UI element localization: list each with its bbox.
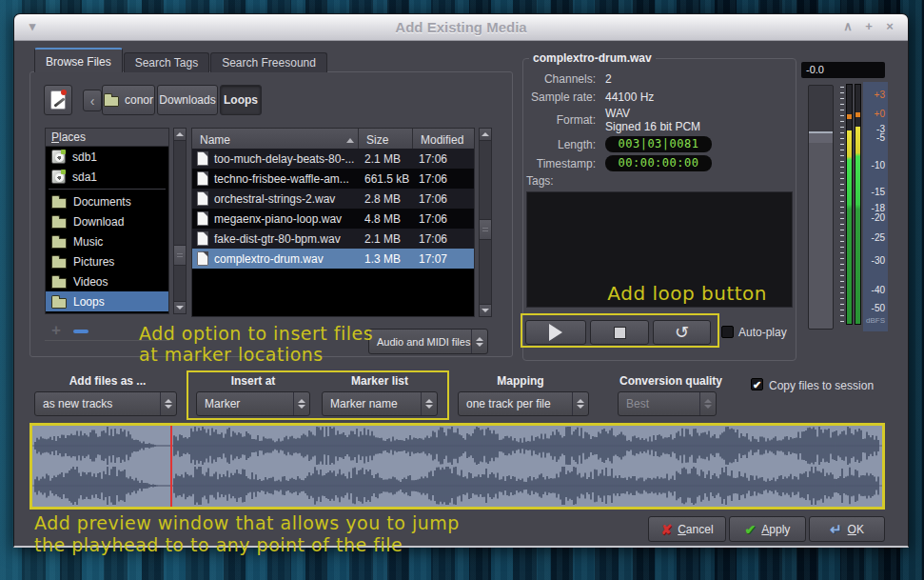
shade-icon[interactable]: ∧ bbox=[839, 19, 856, 33]
tab-search-freesound[interactable]: Search Freesound bbox=[210, 52, 327, 72]
places-scrollbar[interactable] bbox=[173, 128, 187, 314]
titlebar[interactable]: ▾ Add Existing Media ∧ + × bbox=[14, 14, 908, 41]
scrollbar-handle[interactable] bbox=[480, 219, 491, 240]
place-item-pictures[interactable]: Pictures bbox=[46, 251, 168, 271]
marker-list-select[interactable]: Marker name bbox=[322, 391, 438, 416]
breadcrumb-loops[interactable]: Loops bbox=[220, 85, 262, 115]
breadcrumb-label: Loops bbox=[224, 93, 258, 107]
tab-browse-files[interactable]: Browse Files bbox=[34, 48, 123, 72]
tab-search-tags[interactable]: Search Tags bbox=[124, 52, 210, 72]
place-item-sdb1[interactable]: sdb1 bbox=[46, 147, 168, 167]
scrollbar-handle[interactable] bbox=[174, 245, 186, 266]
chevron-updown-icon bbox=[421, 392, 437, 415]
meter-ticks bbox=[840, 87, 844, 325]
chevron-updown-icon bbox=[572, 392, 588, 415]
gain-fader[interactable] bbox=[808, 85, 834, 330]
folder-icon bbox=[51, 258, 67, 269]
breadcrumb-downloads[interactable]: Downloads bbox=[157, 85, 218, 115]
sort-ascending-icon bbox=[346, 138, 354, 143]
remove-place-button[interactable] bbox=[73, 330, 88, 333]
playhead-marker[interactable] bbox=[170, 426, 172, 507]
breadcrumb-label: Downloads bbox=[159, 93, 215, 107]
file-icon bbox=[197, 211, 208, 226]
file-list-header: Name Size Modified bbox=[192, 129, 474, 149]
marker-list-label: Marker list bbox=[351, 374, 408, 388]
file-row[interactable]: megaenx-piano-loop.wav 4.8 MB17:06 bbox=[192, 209, 474, 229]
maximize-icon[interactable]: + bbox=[860, 19, 877, 33]
loop-button[interactable]: ↺ bbox=[653, 320, 711, 345]
cancel-button[interactable]: ✘ Cancel bbox=[648, 516, 726, 542]
mapping-label: Mapping bbox=[497, 374, 543, 388]
folder-icon bbox=[104, 96, 119, 107]
apply-check-icon: ✔ bbox=[745, 522, 757, 537]
chevron-updown-icon bbox=[293, 392, 309, 415]
play-button[interactable] bbox=[525, 320, 586, 345]
ok-return-icon: ↵ bbox=[830, 521, 842, 538]
tab-bar: Browse Files Search Tags Search Freesoun… bbox=[34, 48, 327, 72]
scroll-up-icon[interactable] bbox=[174, 129, 186, 141]
window-title: Add Existing Media bbox=[14, 19, 908, 35]
file-row-selected[interactable]: complextro-drum.wav 1.3 MB17:07 bbox=[192, 249, 474, 269]
add-place-button[interactable]: + bbox=[51, 321, 61, 340]
loop-icon: ↺ bbox=[675, 324, 689, 341]
meter-bar-right bbox=[855, 84, 861, 325]
path-back-button[interactable]: ‹ bbox=[83, 90, 102, 111]
file-row[interactable]: fake-dist-gtr-80-bpm.wav 2.1 MB17:06 bbox=[192, 229, 474, 249]
ok-button[interactable]: ↵ OK bbox=[809, 516, 885, 542]
conversion-quality-select: Best bbox=[618, 391, 717, 416]
file-row[interactable]: too-much-delay-beats-80-... 2.1 MB17:06 bbox=[192, 149, 474, 169]
copy-files-checkbox[interactable]: ✔ bbox=[751, 378, 763, 390]
waveform-svg bbox=[32, 426, 882, 507]
place-item-documents[interactable]: Documents bbox=[46, 191, 168, 211]
channels-label: Channels: bbox=[527, 72, 596, 86]
close-icon[interactable]: × bbox=[881, 19, 898, 33]
file-row[interactable]: techno-frisbee-waffle-am... 661.5 kB17:0… bbox=[192, 169, 474, 189]
place-item-download[interactable]: Download bbox=[46, 211, 168, 231]
file-icon bbox=[197, 171, 208, 186]
tags-input[interactable]: Add loop button bbox=[526, 191, 793, 308]
file-icon bbox=[197, 231, 208, 246]
copy-files-label: Copy files to session bbox=[769, 379, 874, 392]
places-panel: Places sdb1 sda1 Documents Download Musi… bbox=[45, 128, 169, 314]
waveform-preview[interactable] bbox=[29, 423, 885, 510]
place-item-sda1[interactable]: sda1 bbox=[46, 167, 168, 187]
chevron-updown-icon bbox=[160, 392, 176, 415]
places-header: Places bbox=[46, 129, 168, 147]
timestamp-label: Timestamp: bbox=[527, 157, 596, 170]
breadcrumb-conor[interactable]: conor bbox=[102, 85, 155, 115]
add-existing-media-dialog: ▾ Add Existing Media ∧ + × Browse Files … bbox=[13, 13, 909, 548]
place-item-loops[interactable]: Loops bbox=[46, 291, 168, 311]
gain-readout[interactable]: -0.0 bbox=[801, 62, 885, 78]
apply-button[interactable]: ✔ Apply bbox=[729, 516, 806, 542]
breadcrumb-label: conor bbox=[125, 93, 153, 107]
file-icon bbox=[197, 191, 208, 206]
annotation-add-loop-button: Add loop button bbox=[607, 283, 767, 304]
file-row[interactable]: orchestral-strings-2.wav 2.8 MB17:06 bbox=[192, 189, 474, 209]
add-files-as-label: Add files as ... bbox=[69, 374, 147, 388]
new-folder-button[interactable] bbox=[44, 85, 72, 115]
places-separator bbox=[49, 189, 166, 190]
add-files-as-select[interactable]: as new tracks bbox=[34, 391, 177, 416]
column-header-size[interactable]: Size bbox=[359, 129, 413, 149]
file-icon bbox=[197, 251, 208, 266]
scroll-up-icon[interactable] bbox=[480, 129, 491, 141]
length-clock[interactable]: 003|03|0081 bbox=[605, 136, 712, 152]
column-header-name[interactable]: Name bbox=[192, 129, 359, 149]
column-header-modified[interactable]: Modified bbox=[413, 129, 474, 149]
file-filter-select[interactable]: Audio and MIDI files bbox=[368, 329, 488, 354]
scroll-down-icon[interactable] bbox=[480, 304, 491, 316]
timestamp-clock[interactable]: 00:00:00:00 bbox=[605, 155, 712, 171]
place-item-videos[interactable]: Videos bbox=[46, 271, 168, 291]
file-list-scrollbar[interactable] bbox=[479, 128, 492, 317]
mapping-select[interactable]: one track per file bbox=[458, 391, 589, 416]
drive-icon bbox=[51, 150, 66, 164]
tags-label: Tags: bbox=[526, 174, 554, 188]
folder-icon bbox=[51, 238, 67, 249]
folder-icon bbox=[51, 198, 67, 209]
autoplay-checkbox[interactable] bbox=[721, 326, 734, 338]
place-item-music[interactable]: Music bbox=[46, 231, 168, 251]
insert-at-select[interactable]: Marker bbox=[196, 391, 310, 416]
scroll-down-icon[interactable] bbox=[174, 301, 186, 313]
file-info-title: complextro-drum.wav bbox=[529, 51, 656, 65]
stop-button[interactable] bbox=[590, 320, 649, 345]
